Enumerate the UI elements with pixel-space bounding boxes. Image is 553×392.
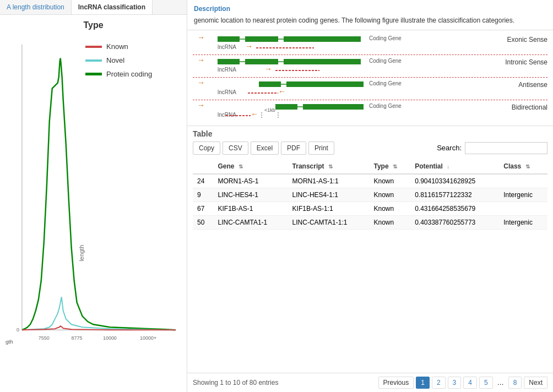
cell-type: Known bbox=[369, 215, 410, 229]
svg-text:←: ← bbox=[251, 110, 258, 118]
intronic-sense-diagram: → Coding Gene lncRNA → bbox=[193, 56, 547, 76]
intronic-label: Intronic Sense bbox=[505, 58, 547, 66]
svg-rect-23 bbox=[284, 59, 361, 64]
excel-button[interactable]: Excel bbox=[251, 141, 279, 155]
svg-text:→: → bbox=[197, 101, 205, 110]
page-8-button[interactable]: 8 bbox=[508, 377, 522, 389]
csv-button[interactable]: CSV bbox=[223, 141, 248, 155]
legend-novel: Novel bbox=[85, 56, 152, 64]
cell-gene: KIF1B-AS-1 bbox=[213, 202, 288, 215]
showing-text: Showing 1 to 10 of 80 entries bbox=[193, 379, 278, 386]
chart-title: Type bbox=[0, 20, 187, 30]
col-num bbox=[193, 159, 213, 174]
cell-gene: LINC-HES4-1 bbox=[213, 188, 288, 202]
cell-potential: 0.431664258535679 bbox=[410, 202, 499, 215]
table-row: 50 LINC-CAMTA1-1 LINC-CAMTA1-1:1 Known 0… bbox=[193, 215, 547, 229]
svg-text:←: ← bbox=[278, 87, 286, 96]
tab-length-distribution[interactable]: A length distribution bbox=[0, 0, 72, 14]
page-3-button[interactable]: 3 bbox=[448, 377, 462, 389]
page-controls: Previous 1 2 3 4 5 … 8 Next bbox=[378, 377, 548, 389]
col-transcript[interactable]: Transcript ⇅ bbox=[288, 159, 370, 174]
novel-line-icon bbox=[85, 59, 102, 62]
left-panel: A length distribution lncRNA classificat… bbox=[0, 0, 187, 392]
cell-class: Intergenic bbox=[499, 188, 547, 202]
page-1-button[interactable]: 1 bbox=[416, 377, 430, 389]
table-header: Gene ⇅ Transcript ⇅ Type ⇅ Potential bbox=[193, 159, 547, 174]
chart-area: Type Known Novel Protein coding bbox=[0, 15, 187, 392]
page-2-button[interactable]: 2 bbox=[432, 377, 446, 389]
table-title: Table bbox=[193, 129, 547, 138]
antisense-diagram: → Coding Gene lncRNA ← bbox=[193, 79, 547, 99]
known-line-icon bbox=[85, 46, 102, 48]
exonic-label: Exonic Sense bbox=[507, 36, 547, 43]
right-panel: Description genomic location to nearest … bbox=[187, 0, 553, 392]
class-sort-icon: ⇅ bbox=[525, 164, 530, 170]
svg-text:Coding Gene: Coding Gene bbox=[369, 35, 402, 41]
svg-text:10000+: 10000+ bbox=[140, 335, 156, 341]
legend-known: Known bbox=[85, 42, 152, 51]
tab-lncrna-classification[interactable]: lncRNA classification bbox=[72, 0, 153, 14]
pagination: Showing 1 to 10 of 80 entries Previous 1… bbox=[187, 373, 553, 392]
col-class[interactable]: Class ⇅ bbox=[499, 159, 547, 174]
cell-class: Intergenic bbox=[499, 215, 547, 229]
svg-rect-11 bbox=[218, 36, 240, 42]
print-button[interactable]: Print bbox=[308, 141, 334, 155]
col-potential[interactable]: Potential ↓ bbox=[410, 159, 499, 174]
svg-text:gth: gth bbox=[6, 339, 13, 345]
cell-num: 50 bbox=[193, 215, 213, 229]
col-type[interactable]: Type ⇅ bbox=[369, 159, 410, 174]
type-sort-icon: ⇅ bbox=[393, 164, 397, 170]
cell-type: Known bbox=[369, 202, 410, 215]
cell-potential: 0.904103341628925 bbox=[410, 174, 499, 188]
cell-type: Known bbox=[369, 174, 410, 188]
description-text: genomic location to nearest protein codi… bbox=[194, 16, 546, 25]
cell-transcript: LINC-CAMTA1-1:1 bbox=[288, 215, 370, 229]
svg-rect-13 bbox=[284, 36, 361, 42]
svg-text:lncRNA: lncRNA bbox=[218, 44, 236, 50]
cell-num: 24 bbox=[193, 174, 213, 188]
prev-button[interactable]: Previous bbox=[378, 377, 414, 389]
search-input[interactable] bbox=[465, 142, 547, 154]
description-section: Description genomic location to nearest … bbox=[187, 0, 553, 30]
svg-rect-12 bbox=[245, 36, 278, 42]
col-gene[interactable]: Gene ⇅ bbox=[213, 159, 288, 174]
table-row: 24 MORN1-AS-1 MORN1-AS-1:1 Known 0.90410… bbox=[193, 174, 547, 188]
gene-sort-icon: ⇅ bbox=[238, 164, 243, 170]
svg-text:lncRNA: lncRNA bbox=[218, 112, 236, 118]
antisense-label: Antisense bbox=[518, 81, 547, 89]
potential-sort-icon: ↓ bbox=[447, 164, 449, 170]
cell-potential: 0.81161577122332 bbox=[410, 188, 499, 202]
table-row: 9 LINC-HES4-1 LINC-HES4-1:1 Known 0.8116… bbox=[193, 188, 547, 202]
table-row: 67 KIF1B-AS-1 KIF1B-AS-1:1 Known 0.43166… bbox=[193, 202, 547, 215]
bidirectional-label: Bidirectional bbox=[512, 104, 547, 111]
cell-gene: MORN1-AS-1 bbox=[213, 174, 288, 188]
svg-text:10000: 10000 bbox=[103, 335, 117, 341]
page-5-button[interactable]: 5 bbox=[479, 377, 493, 389]
table-controls: Copy CSV Excel PDF Print Search: bbox=[193, 141, 547, 155]
legend-protein-label: Protein coding bbox=[106, 70, 152, 78]
svg-text:lncRNA: lncRNA bbox=[218, 67, 236, 73]
next-button[interactable]: Next bbox=[524, 377, 547, 389]
ellipsis: … bbox=[495, 379, 506, 386]
svg-text:Coding Gene: Coding Gene bbox=[369, 80, 402, 86]
cell-class bbox=[499, 202, 547, 215]
table-body: 24 MORN1-AS-1 MORN1-AS-1:1 Known 0.90410… bbox=[193, 174, 547, 230]
cell-num: 67 bbox=[193, 202, 213, 215]
svg-text:7550: 7550 bbox=[39, 335, 50, 341]
search-container: Search: bbox=[437, 142, 547, 154]
cell-transcript: MORN1-AS-1:1 bbox=[288, 174, 370, 188]
transcript-sort-icon: ⇅ bbox=[328, 164, 333, 170]
page-4-button[interactable]: 4 bbox=[463, 377, 477, 389]
svg-rect-39 bbox=[275, 104, 297, 110]
svg-text:Coding Gene: Coding Gene bbox=[369, 103, 402, 109]
pdf-button[interactable]: PDF bbox=[281, 141, 306, 155]
bidirectional-diagram: → Coding Gene lncRNA ← <1kb bbox=[193, 101, 547, 121]
legend-known-label: Known bbox=[106, 42, 128, 51]
search-label: Search: bbox=[437, 144, 462, 152]
svg-rect-31 bbox=[259, 81, 281, 87]
svg-rect-32 bbox=[286, 81, 364, 87]
description-title: Description bbox=[194, 4, 546, 14]
cell-potential: 0.403387760255773 bbox=[410, 215, 499, 229]
cell-transcript: LINC-HES4-1:1 bbox=[288, 188, 370, 202]
copy-button[interactable]: Copy bbox=[193, 141, 220, 155]
